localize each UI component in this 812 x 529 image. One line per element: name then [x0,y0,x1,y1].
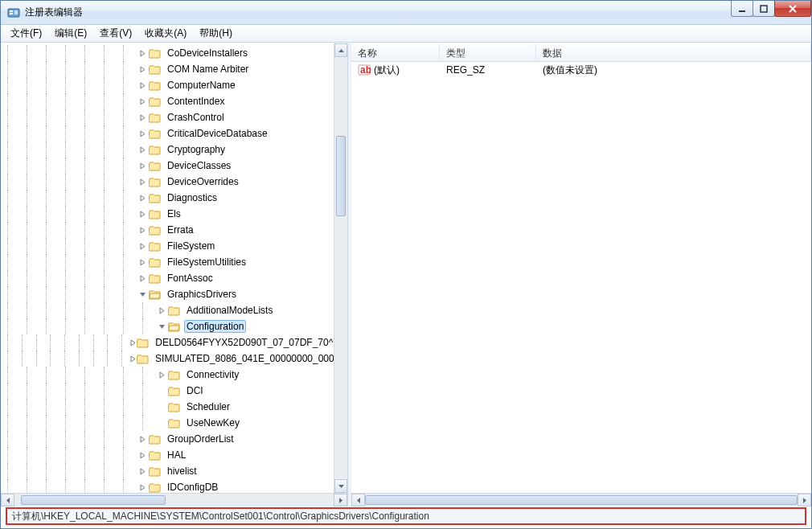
tree-item-label: Els [165,207,183,220]
scroll-left-arrow-icon[interactable] [351,494,365,506]
values-header: 名称 类型 数据 [351,43,811,62]
column-data[interactable]: 数据 [536,43,811,61]
tree-item[interactable]: IDConfigDB [1,479,347,493]
scroll-thumb[interactable] [365,495,798,505]
folder-icon [149,223,162,236]
menu-file[interactable]: 文件(F) [4,25,48,42]
scroll-thumb[interactable] [336,136,346,216]
expand-toggle-icon[interactable] [136,452,149,459]
expand-toggle-icon[interactable] [136,98,149,105]
tree-item[interactable]: DeviceClasses [1,158,347,174]
menu-view[interactable]: 查看(V) [93,25,138,42]
tree-item[interactable]: AdditionalModeLists [1,302,347,318]
tree-item-label: IDConfigDB [165,481,220,493]
expand-toggle-icon[interactable] [136,468,149,475]
tree-pane: CoDeviceInstallersCOM Name ArbiterComput… [1,43,348,506]
scroll-left-arrow-icon[interactable] [1,494,14,506]
expand-toggle-icon[interactable] [136,146,149,154]
tree-item[interactable]: GroupOrderList [1,431,347,447]
tree-item[interactable]: DeviceOverrides [1,174,347,190]
tree-item[interactable]: Configuration [1,318,347,334]
tree-item[interactable]: CrashControl [1,109,347,125]
tree-item[interactable]: Errata [1,222,347,238]
tree-vertical-scrollbar[interactable] [334,43,347,493]
close-button[interactable] [774,1,811,17]
scroll-right-arrow-icon[interactable] [798,494,811,506]
expand-toggle-icon[interactable] [155,307,168,314]
expand-toggle-icon[interactable] [136,243,149,250]
tree-item[interactable]: SIMULATED_8086_041E_00000000_00020 [1,351,347,367]
folder-icon [168,400,181,413]
folder-icon [168,416,181,429]
expand-toggle-icon[interactable] [136,259,149,266]
tree-item[interactable]: ContentIndex [1,93,347,109]
tree-item-label: UseNewKey [184,416,242,429]
tree-item[interactable]: UseNewKey [1,415,347,431]
folder-icon [149,256,162,269]
expand-toggle-icon[interactable] [129,339,137,347]
tree-item-label: GraphicsDrivers [165,288,239,301]
tree-item[interactable]: ComputerName [1,77,347,93]
tree-content[interactable]: CoDeviceInstallersCOM Name ArbiterComput… [1,43,347,493]
tree-item[interactable]: DELD0564FYYX52D090T_07_07DF_70^B7 [1,334,347,351]
expand-toggle-icon[interactable] [129,355,137,363]
scroll-thumb[interactable] [21,495,166,505]
expand-toggle-icon[interactable] [136,66,149,73]
tree-item-label: CoDeviceInstallers [165,47,250,59]
tree-item-label: COM Name Arbiter [165,63,251,76]
expand-toggle-icon[interactable] [155,323,168,330]
tree-item-label: CrashControl [165,111,227,124]
tree-item[interactable]: hivelist [1,463,347,479]
tree-item-label: SIMULATED_8086_041E_00000000_00020 [153,352,347,365]
string-value-icon: ab [358,64,371,76]
expand-toggle-icon[interactable] [136,50,149,57]
expand-toggle-icon[interactable] [155,371,168,379]
menu-help[interactable]: 帮助(H) [193,25,239,42]
tree-item[interactable]: FileSystemUtilities [1,254,347,270]
expand-toggle-icon[interactable] [136,130,149,137]
expand-toggle-icon[interactable] [136,291,149,298]
scroll-right-arrow-icon[interactable] [334,494,347,506]
scroll-down-arrow-icon[interactable] [334,479,347,493]
expand-toggle-icon[interactable] [136,227,149,234]
values-horizontal-scrollbar[interactable] [351,493,811,506]
tree-item[interactable]: FileSystem [1,238,347,254]
maximize-button[interactable] [753,1,775,17]
menu-edit[interactable]: 编辑(E) [48,25,93,42]
regedit-icon [7,6,20,19]
tree-item[interactable]: HAL [1,447,347,463]
status-path: 计算机\HKEY_LOCAL_MACHINE\SYSTEM\ControlSet… [12,510,429,523]
expand-toggle-icon[interactable] [136,275,149,282]
expand-toggle-icon[interactable] [136,195,149,202]
tree-item[interactable]: COM Name Arbiter [1,61,347,77]
tree-item-label: FontAssoc [165,272,215,285]
scroll-up-arrow-icon[interactable] [334,43,347,57]
client-area: CoDeviceInstallersCOM Name ArbiterComput… [1,43,811,528]
tree-item[interactable]: DCI [1,383,347,399]
tree-item[interactable]: Scheduler [1,399,347,415]
tree-horizontal-scrollbar[interactable] [1,493,347,506]
menu-favorites[interactable]: 收藏夹(A) [138,25,193,42]
values-list[interactable]: ab(默认)REG_SZ(数值未设置) [351,62,811,493]
expand-toggle-icon[interactable] [136,484,149,491]
tree-scroll: CoDeviceInstallersCOM Name ArbiterComput… [1,43,347,493]
value-row[interactable]: ab(默认)REG_SZ(数值未设置) [351,62,811,78]
expand-toggle-icon[interactable] [136,82,149,89]
tree-item[interactable]: CoDeviceInstallers [1,45,347,61]
expand-toggle-icon[interactable] [136,178,149,186]
tree-item[interactable]: Els [1,206,347,222]
tree-item[interactable]: CriticalDeviceDatabase [1,125,347,141]
tree-item[interactable]: FontAssoc [1,270,347,286]
column-name[interactable]: 名称 [351,43,440,61]
titlebar[interactable]: 注册表编辑器 [1,1,811,25]
expand-toggle-icon[interactable] [136,162,149,170]
column-type[interactable]: 类型 [440,43,536,61]
tree-item[interactable]: Connectivity [1,367,347,383]
expand-toggle-icon[interactable] [136,436,149,443]
tree-item[interactable]: Diagnostics [1,190,347,206]
expand-toggle-icon[interactable] [136,211,149,218]
tree-item[interactable]: Cryptography [1,141,347,158]
minimize-button[interactable] [731,1,753,17]
tree-item[interactable]: GraphicsDrivers [1,286,347,302]
expand-toggle-icon[interactable] [136,114,149,121]
